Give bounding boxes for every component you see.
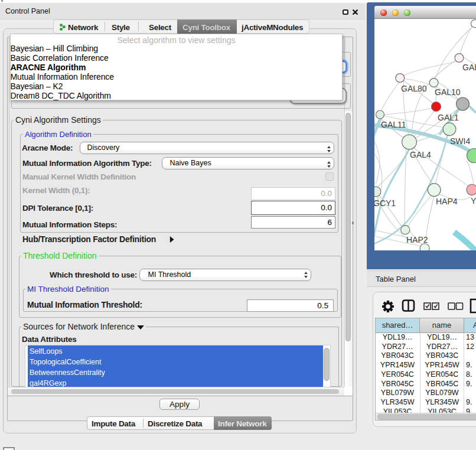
svg-text:YE: YE xyxy=(471,196,476,206)
svg-text:GAL11: GAL11 xyxy=(381,120,406,129)
svg-text:GAL10: GAL10 xyxy=(435,87,461,97)
svg-text:GAL80: GAL80 xyxy=(401,84,427,93)
svg-text:GAL1: GAL1 xyxy=(438,113,459,122)
svg-text:SWI4: SWI4 xyxy=(450,136,470,146)
svg-text:HAP2: HAP2 xyxy=(406,235,428,244)
svg-text:GAL2: GAL2 xyxy=(462,63,476,72)
svg-text:GAL4: GAL4 xyxy=(410,150,431,159)
svg-text:HAP4: HAP4 xyxy=(436,197,458,206)
svg-text:GCY1: GCY1 xyxy=(374,198,396,208)
